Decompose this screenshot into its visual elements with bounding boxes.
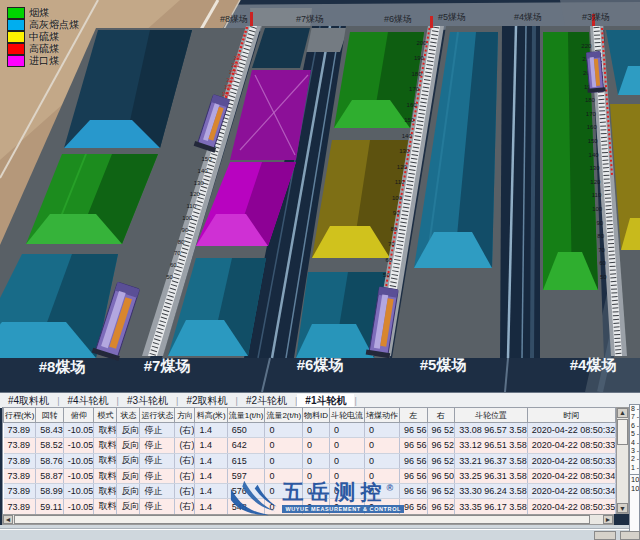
ruler-tick-number: 90 (182, 227, 189, 233)
table-cell: 58.43 (36, 423, 64, 438)
table-cell: -10.05 (63, 423, 94, 438)
column-header[interactable]: 运行状态 (140, 408, 175, 423)
table-cell: 33.35 96.17 3.58 (455, 499, 528, 514)
column-header[interactable]: 流量1(t/h) (227, 408, 265, 423)
column-header[interactable]: 流量2(t/h) (265, 408, 303, 423)
column-header[interactable]: 堵煤动作 (365, 408, 400, 423)
column-header[interactable]: 右 (427, 408, 455, 423)
table-vertical-scrollbar[interactable]: ▲ ▼ (616, 407, 629, 514)
column-header[interactable]: 回转 (36, 408, 64, 423)
legend-item-2: 中硫煤 (7, 31, 79, 42)
ruler-tick-number: 130 (194, 180, 205, 186)
table-row[interactable]: 73.8958.43-10.05取料反向停止(右)1.4650000096 56… (4, 423, 618, 438)
scroll-up-button[interactable]: ▲ (617, 408, 628, 418)
ruler-tick-number: 120 (190, 191, 201, 197)
table-cell: 0 (365, 423, 400, 438)
table-cell: 反向 (117, 423, 140, 438)
table-cell: 33.25 96.31 3.58 (455, 468, 528, 483)
ruler-tick-number: 200 (227, 78, 235, 83)
table-cell: 59.11 (36, 499, 64, 514)
ruler-tick-number: 150 (588, 138, 599, 144)
ruler-tick-number: 50 (600, 274, 607, 280)
table-cell: 0 (303, 453, 330, 468)
column-header[interactable]: 斗轮位置 (455, 408, 528, 423)
table-cell: 取料 (94, 453, 117, 468)
partial-widget[interactable] (620, 531, 640, 540)
column-header[interactable]: 俯仰 (63, 408, 94, 423)
table-cell: 2020-04-22 08:50:34 (527, 484, 616, 499)
table-cell: 58.76 (36, 453, 64, 468)
column-header[interactable]: 左 (400, 408, 428, 423)
table-cell: 0 (303, 423, 330, 438)
side-index-item: 1 - (630, 464, 639, 472)
scroll-left-button[interactable]: ◄ (3, 515, 13, 524)
column-header[interactable]: 行程(米) (4, 408, 36, 423)
legend-label: 进口煤 (29, 55, 59, 66)
ruler-tick-number: 220 (581, 43, 592, 49)
table-cell: (右) (175, 468, 195, 483)
ruler-tick-number: 210 (229, 70, 237, 75)
column-header[interactable]: 斗轮电流 (330, 408, 365, 423)
coal-yard-3d-view[interactable]: 5060708090100110120130140150160170180190… (0, 0, 640, 392)
ruler-tick-number: 50 (166, 274, 173, 280)
column-header[interactable]: 方向 (175, 408, 195, 423)
ruler-tick-number: 110 (592, 192, 602, 198)
ruler-tick-number: 90 (596, 220, 603, 226)
yard-8-top-label: #8煤场 (220, 14, 248, 24)
column-header[interactable]: 料高(米) (195, 408, 227, 423)
table-cell: 停止 (140, 499, 175, 514)
table-cell: 反向 (117, 453, 140, 468)
machine-tab-1[interactable]: #4取料机 (0, 394, 57, 408)
table-cell: 2020-04-22 08:50:34 (527, 468, 616, 483)
table-cell: 58.99 (36, 484, 64, 499)
tab-separator: | (354, 396, 356, 406)
legend-color-swatch (7, 55, 25, 67)
legend-label: 中硫煤 (29, 31, 59, 42)
table-cell: 33.08 96.57 3.58 (455, 423, 528, 438)
legend-item-1: 高灰熔点煤 (7, 19, 79, 30)
logo-subtitle: WUYUE MEASUREMENT & CONTROL (282, 505, 404, 513)
table-cell: 0 (265, 438, 303, 453)
table-cell: 0 (265, 423, 303, 438)
ruler-tick-number: 110 (395, 179, 405, 185)
vertical-scroll-thumb[interactable] (617, 419, 628, 445)
bottom-status-strip (0, 525, 640, 540)
machine-tab-3[interactable]: #3斗轮机 (119, 394, 176, 408)
scroll-right-button[interactable]: ► (603, 515, 613, 524)
partial-widget[interactable] (594, 531, 616, 540)
column-header[interactable]: 物料ID (303, 408, 330, 423)
table-cell: 1.4 (195, 423, 227, 438)
machine-tab-5[interactable]: #2斗轮机 (238, 394, 295, 408)
yard-5-top-label: #5煤场 (438, 12, 466, 22)
ruler-tick-number: 130 (399, 148, 410, 154)
table-cell: 停止 (140, 438, 175, 453)
machine-tab-4[interactable]: #2取料机 (178, 394, 235, 408)
side-row-index-panel[interactable]: 8 -7 -6 -5 -4 -3 -2 -1 -102101 (629, 404, 640, 536)
scroll-down-button[interactable]: ▼ (617, 503, 628, 513)
column-header[interactable]: 模式 (94, 408, 117, 423)
table-cell: 1.4 (195, 438, 227, 453)
table-cell: 0 (303, 438, 330, 453)
table-cell: -10.05 (63, 453, 94, 468)
machine-tab-2[interactable]: #4斗轮机 (59, 394, 116, 408)
arrow-down-icon: ▼ (619, 505, 626, 512)
column-header[interactable]: 状态 (117, 408, 140, 423)
table-cell: 停止 (140, 423, 175, 438)
table-cell: -10.05 (63, 468, 94, 483)
side-index-item: 5 - (630, 430, 639, 438)
table-cell: 反向 (117, 499, 140, 514)
ruler-tick-number: 160 (407, 102, 418, 108)
machine-tab-6[interactable]: #1斗轮机 (297, 394, 354, 408)
ruler-tick-number: 140 (589, 152, 600, 158)
table-cell: 58.52 (36, 438, 64, 453)
table-cell: 33.12 96.51 3.58 (455, 438, 528, 453)
table-row[interactable]: 73.8958.76-10.05取料反向停止(右)1.4615000096 56… (4, 453, 618, 468)
ruler-tick-number: 170 (409, 86, 420, 92)
table-cell: 取料 (94, 423, 117, 438)
yard-7-label: #7煤场 (144, 357, 191, 374)
wuyue-logo: 五岳测控® WUYUE MEASUREMENT & CONTROL (229, 476, 404, 522)
table-row[interactable]: 73.8958.52-10.05取料反向停止(右)1.4642000096 56… (4, 438, 618, 453)
legend-item-3: 高硫煤 (7, 43, 79, 54)
ruler-tick-number: 60 (599, 260, 606, 266)
column-header[interactable]: 时间 (527, 408, 616, 423)
